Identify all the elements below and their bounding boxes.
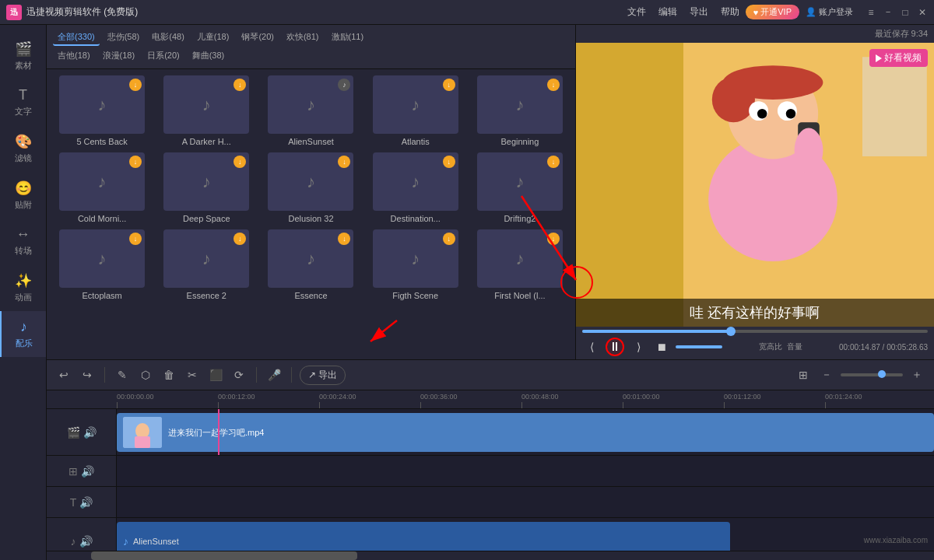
undo-button[interactable]: ↩ bbox=[54, 366, 73, 384]
sidebar-item-sticker[interactable]: 😊 贴附 bbox=[0, 172, 46, 219]
music-thumb-10: ♪ ↓ bbox=[59, 229, 145, 288]
redo-button[interactable]: ↪ bbox=[78, 366, 97, 384]
zoom-in-icon[interactable]: ＋ bbox=[908, 366, 926, 384]
download-badge-5: ↓ bbox=[129, 156, 142, 168]
cut-button[interactable]: ✂ bbox=[183, 366, 202, 384]
login-button[interactable]: 👤 账户登录 bbox=[806, 6, 853, 18]
zoom-out-icon[interactable]: － bbox=[817, 366, 836, 384]
text-track-icon[interactable]: T bbox=[70, 496, 77, 509]
music-title-1: A Darker H... bbox=[163, 137, 249, 146]
music-thumb-5: ♪ ↓ bbox=[59, 152, 145, 211]
split-button[interactable]: ⬛ bbox=[206, 366, 225, 384]
pause-button[interactable]: ⏸ bbox=[606, 338, 624, 356]
text-vol-icon[interactable]: 🔊 bbox=[79, 496, 93, 509]
progress-bar[interactable] bbox=[582, 330, 928, 333]
copy-button[interactable]: ⬡ bbox=[136, 366, 155, 384]
music-item-10[interactable]: ♪ ↓ Ectoplasm bbox=[53, 229, 151, 300]
filter-tag-all[interactable]: 全部(330) bbox=[53, 30, 100, 46]
sidebar-item-animation[interactable]: ✨ 动画 bbox=[0, 264, 46, 311]
download-badge-0: ↓ bbox=[129, 79, 142, 91]
music-item-0[interactable]: ♪ ↓ 5 Cents Back bbox=[53, 75, 151, 146]
sidebar-label-music: 配乐 bbox=[16, 338, 33, 349]
music-item-11[interactable]: ♪ ↓ Essence 2 bbox=[157, 229, 255, 300]
video-track-icon[interactable]: 🎬 bbox=[67, 426, 80, 439]
music-thumb-7: ♪ ↓ bbox=[268, 152, 353, 211]
video-clip[interactable]: 进来我们一起学习吧.mp4 bbox=[117, 413, 934, 452]
minimize-button[interactable]: － bbox=[883, 7, 894, 18]
music-item-13[interactable]: ♪ ↓ Figth Scene bbox=[367, 229, 465, 300]
empty-track-1: ⊞ 🔊 bbox=[47, 456, 934, 487]
sidebar-item-transition[interactable]: ↔ 转场 bbox=[0, 219, 46, 264]
sidebar-item-media[interactable]: 🎬 素材 bbox=[0, 33, 46, 79]
music-item-3[interactable]: ♪ ↓ Atlantis bbox=[367, 75, 465, 146]
filter-tag-movie[interactable]: 电影(48) bbox=[147, 30, 189, 46]
haokan-logo: 好看视频 bbox=[869, 49, 928, 67]
scroll-thumb[interactable] bbox=[91, 551, 357, 560]
sidebar-label-media: 素材 bbox=[15, 60, 32, 72]
music-item-5[interactable]: ♪ ↓ Cold Morni... bbox=[53, 152, 151, 223]
menu-edit[interactable]: 编辑 bbox=[658, 5, 677, 19]
zoom-slider[interactable] bbox=[841, 373, 903, 376]
video-clip-title: 进来我们一起学习吧.mp4 bbox=[168, 427, 264, 439]
filter-tag-children[interactable]: 儿童(18) bbox=[192, 30, 234, 46]
audio-vol-icon[interactable]: 🔊 bbox=[79, 535, 93, 548]
filter-tag-sad[interactable]: 悲伤(58) bbox=[103, 30, 145, 46]
music-item-2[interactable]: ♪ ♪ AlienSunset bbox=[262, 75, 360, 146]
fit-button[interactable]: ⊞ bbox=[794, 366, 813, 384]
svg-rect-11 bbox=[862, 57, 927, 156]
track-icon-1[interactable]: ⊞ bbox=[68, 465, 78, 478]
close-button[interactable]: ✕ bbox=[917, 7, 928, 18]
rewind-button[interactable]: ⟨ bbox=[582, 338, 601, 356]
filter-tag-inspire[interactable]: 激励(11) bbox=[327, 30, 369, 46]
video-frame: 好看视频 哇 还有这样的好事啊 bbox=[576, 43, 934, 327]
cartoon-svg bbox=[576, 43, 934, 327]
filter-tag-japan[interactable]: 日系(20) bbox=[142, 48, 184, 63]
track-vol-1[interactable]: 🔊 bbox=[81, 465, 94, 478]
filter-tag-piano[interactable]: 钢琴(20) bbox=[237, 30, 279, 46]
filter-icon: 🎨 bbox=[15, 133, 32, 150]
edit-button[interactable]: ✎ bbox=[113, 366, 132, 384]
maximize-button[interactable]: □ bbox=[900, 7, 911, 18]
cartoon-scene: 好看视频 哇 还有这样的好事啊 bbox=[576, 43, 934, 327]
filter-tag-guitar[interactable]: 吉他(18) bbox=[53, 48, 95, 63]
music-item-7[interactable]: ♪ ↓ Delusion 32 bbox=[262, 152, 360, 223]
delete-button[interactable]: 🗑 bbox=[160, 366, 178, 384]
stop-button[interactable]: ⏹ bbox=[652, 338, 671, 356]
music-item-12[interactable]: ♪ ↓ Essence bbox=[262, 229, 360, 300]
time-display: 00:00:14.87 / 00:05:28.63 bbox=[839, 343, 928, 352]
volume-slider[interactable] bbox=[676, 345, 722, 348]
menu-file[interactable]: 文件 bbox=[627, 5, 646, 19]
filter-tag-happy[interactable]: 欢快(81) bbox=[282, 30, 324, 46]
music-item-4[interactable]: ♪ ↓ Beginning bbox=[471, 75, 569, 146]
vip-button[interactable]: ♥ 开通VIP bbox=[746, 5, 799, 19]
export-button[interactable]: ↗ 导出 bbox=[300, 366, 346, 385]
music-item-1[interactable]: ♪ ↓ A Darker H... bbox=[157, 75, 255, 146]
timeline-ruler: 00:00:00.00 00:00:12:00 00:00:24:00 00:0… bbox=[47, 390, 934, 409]
media-panel: 全部(330) 悲伤(58) 电影(48) 儿童(18) 钢琴(20) 欢快(8… bbox=[47, 25, 576, 359]
filter-tag-romantic[interactable]: 浪漫(18) bbox=[98, 48, 140, 63]
music-item-8[interactable]: ♪ ↓ Destination... bbox=[367, 152, 465, 223]
forward-button[interactable]: ⟩ bbox=[629, 338, 648, 356]
sidebar-item-music[interactable]: ♪ 配乐 bbox=[0, 311, 46, 357]
zoom-handle bbox=[878, 370, 886, 378]
aspect-label[interactable]: 宽高比 bbox=[759, 341, 782, 352]
voice-label[interactable]: 音量 bbox=[787, 341, 802, 352]
audio-clip[interactable]: ♪ AlienSunset bbox=[117, 522, 730, 551]
menu-export[interactable]: 导出 bbox=[690, 5, 708, 19]
timeline-scrollbar[interactable] bbox=[47, 551, 934, 560]
music-item-9[interactable]: ♪ ↓ Drifting2 bbox=[471, 152, 569, 223]
video-volume-icon[interactable]: 🔊 bbox=[83, 426, 97, 439]
menu-icon[interactable]: ≡ bbox=[866, 7, 876, 18]
empty-track-content-1 bbox=[117, 456, 934, 486]
filter-tag-dance[interactable]: 舞曲(38) bbox=[188, 48, 230, 63]
music-item-6[interactable]: ♪ ↓ Deep Space bbox=[157, 152, 255, 223]
menu-help[interactable]: 帮助 bbox=[721, 5, 739, 19]
rotate-button[interactable]: ⟳ bbox=[230, 366, 248, 384]
content-area: 全部(330) 悲伤(58) 电影(48) 儿童(18) 钢琴(20) 欢快(8… bbox=[47, 25, 934, 560]
progress-handle[interactable] bbox=[726, 327, 736, 336]
sidebar-item-filter[interactable]: 🎨 滤镜 bbox=[0, 125, 46, 172]
sidebar-item-text[interactable]: T 文字 bbox=[0, 79, 46, 125]
mic-button[interactable]: 🎤 bbox=[265, 366, 283, 384]
music-item-14[interactable]: ♪ ↓ First Noel (l... bbox=[471, 229, 569, 300]
audio-track-icon[interactable]: ♪ bbox=[71, 535, 76, 548]
